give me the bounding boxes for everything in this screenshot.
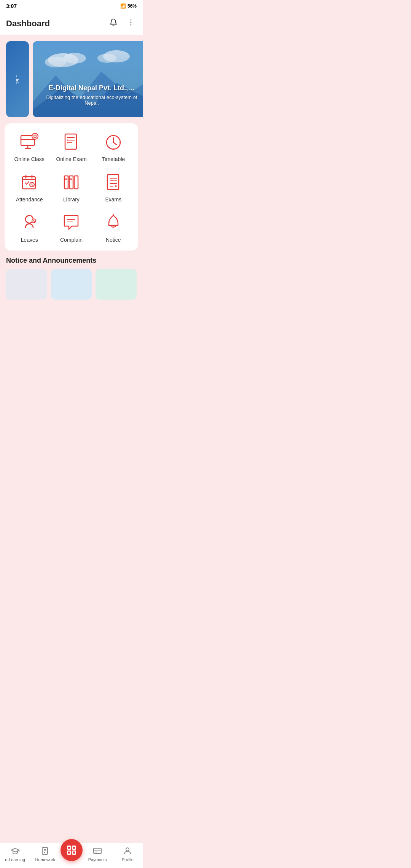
banner-left-text: …td. [15, 75, 20, 84]
status-bar: 3:07 📶 56% [0, 0, 143, 12]
banner-title: E-Digital Nepal Pvt. Ltd.,… [40, 84, 143, 92]
attendance-icon [19, 171, 40, 193]
page-title: Dashboard [6, 19, 50, 29]
banner-subtitle: Digitalizing the educational eco-system … [40, 94, 143, 106]
attendance-label: Attendance [16, 196, 43, 203]
notice-card-2[interactable] [51, 269, 92, 300]
timetable-item[interactable]: Timetable [94, 131, 132, 162]
notice-item[interactable]: Notice [94, 212, 132, 243]
status-battery: 56% [127, 3, 137, 9]
online-class-label: Online Class [14, 156, 44, 162]
leaves-icon [19, 212, 40, 233]
banner-left-peek[interactable]: …td. [6, 41, 29, 117]
banner-main[interactable]: E-Digital Nepal Pvt. Ltd.,… Digitalizing… [33, 41, 143, 117]
bell-icon [109, 18, 118, 27]
banner-track: …td. [0, 41, 143, 117]
complain-item[interactable]: Complain [52, 212, 90, 243]
banner-text-block: E-Digital Nepal Pvt. Ltd.,… Digitalizing… [40, 84, 143, 106]
exams-label: Exams [105, 196, 121, 203]
grid-row-2: Attendance Library [8, 171, 134, 203]
library-icon [61, 171, 82, 193]
svg-rect-44 [64, 176, 68, 189]
exams-icon [103, 171, 124, 193]
notice-card-1[interactable] [6, 269, 47, 300]
svg-rect-20 [65, 134, 76, 149]
app-bar-actions [108, 17, 137, 30]
notice-label: Notice [106, 237, 121, 243]
svg-point-66 [113, 214, 114, 216]
attendance-item[interactable]: Attendance [10, 171, 48, 203]
grid-row-3: Leaves Complain [8, 212, 134, 243]
leaves-item[interactable]: Leaves [10, 212, 48, 243]
svg-point-2 [131, 24, 132, 26]
library-label: Library [63, 196, 80, 203]
svg-rect-51 [107, 174, 119, 190]
timetable-icon [103, 131, 124, 152]
status-time: 3:07 [6, 3, 17, 9]
online-class-icon [19, 131, 40, 152]
more-vertical-icon [127, 18, 135, 27]
status-icons: 📶 56% [120, 3, 137, 9]
library-item[interactable]: Library [52, 171, 90, 203]
more-options-button[interactable] [125, 17, 137, 30]
svg-rect-45 [69, 176, 73, 189]
svg-point-24 [67, 137, 68, 138]
svg-rect-46 [74, 176, 78, 189]
svg-point-1 [131, 22, 132, 23]
svg-point-0 [131, 19, 132, 21]
svg-line-40 [27, 182, 29, 184]
complain-icon [61, 212, 82, 233]
online-exam-icon [61, 131, 82, 152]
online-exam-item[interactable]: Online Exam [52, 131, 90, 162]
notice-section-title: Notice and Announcements [0, 257, 143, 269]
online-exam-label: Online Exam [56, 156, 86, 162]
svg-point-26 [67, 142, 68, 144]
notice-cards-row [0, 269, 143, 300]
svg-rect-11 [33, 41, 143, 117]
exams-item[interactable]: Exams [94, 171, 132, 203]
main-menu-grid: Online Class Online Exam [5, 123, 138, 251]
svg-point-25 [67, 140, 68, 141]
complain-label: Complain [60, 237, 83, 243]
online-class-item[interactable]: Online Class [10, 131, 48, 162]
banner-carousel: …td. [0, 35, 143, 123]
svg-point-30 [113, 142, 114, 143]
leaves-label: Leaves [21, 237, 38, 243]
grid-row-1: Online Class Online Exam [8, 131, 134, 162]
app-bar: Dashboard [0, 12, 143, 35]
timetable-label: Timetable [102, 156, 125, 162]
status-signal: 📶 [120, 3, 126, 9]
notice-card-3[interactable] [96, 269, 137, 300]
notification-button[interactable] [108, 17, 119, 30]
notice-icon [103, 212, 124, 233]
mountain-illustration [33, 41, 143, 117]
